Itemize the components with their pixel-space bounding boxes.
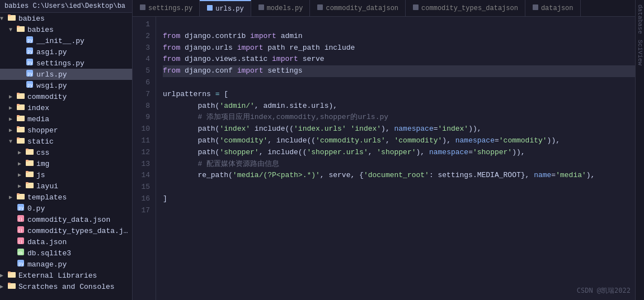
tree-item-ext-libraries[interactable]: ▶External Libraries — [0, 270, 132, 281]
svg-rect-65 — [207, 5, 213, 11]
tree-item-data-json[interactable]: {}data.json — [0, 236, 132, 247]
svg-rect-64 — [140, 4, 145, 10]
line-number: 17 — [133, 205, 150, 217]
tree-item-label: media — [27, 115, 49, 123]
svg-text:{}: {} — [18, 240, 22, 244]
token-plain: [ — [219, 89, 228, 101]
token-str: 'commodity.urls' — [316, 135, 386, 147]
python-icon: py — [17, 203, 26, 213]
token-plain: serve — [298, 54, 325, 65]
tree-item-label: db.sqlite3 — [27, 249, 71, 258]
python-icon: py — [26, 47, 35, 57]
tree-item-label: commodity — [27, 93, 67, 101]
tree-item-label: img — [36, 160, 49, 168]
tree-item-commodity-data[interactable]: {}commodity_data.json — [0, 214, 132, 225]
tab-label: models.py — [267, 4, 303, 12]
tab-models-tab[interactable]: models.py — [251, 0, 311, 16]
tree-item-layui-folder[interactable]: ▶layui — [0, 180, 132, 192]
token-plain: )), — [468, 123, 481, 135]
token-plain: ), — [416, 147, 429, 159]
tab-commodity-types-tab[interactable]: commodity_types_datajson — [406, 0, 525, 16]
json-icon: {} — [17, 237, 26, 247]
svg-rect-2 — [8, 15, 11, 16]
svg-rect-30 — [17, 137, 20, 139]
token-str: 'document_root' — [364, 170, 429, 182]
line-number: 1 — [133, 19, 150, 31]
file-tree: ▼babies▼babiespy__init__.pypyasgi.pypyse… — [0, 13, 132, 300]
token-kw: from — [163, 65, 180, 77]
tab-urls-tab[interactable]: urls.py — [200, 0, 251, 16]
folder-icon — [17, 125, 26, 135]
tree-item-templates-folder[interactable]: ▶templates — [0, 192, 132, 203]
token-str: 'index' — [219, 123, 250, 135]
tree-arrow: ▼ — [9, 27, 17, 33]
tree-arrow: ▶ — [9, 104, 17, 111]
tree-item-manage-py[interactable]: pymanage.py — [0, 259, 132, 270]
tree-item-js-folder[interactable]: ▶js — [0, 169, 132, 180]
tree-item-settings[interactable]: pysettings.py — [0, 58, 132, 69]
code-line: from django.views.static import serve — [163, 54, 635, 65]
folder-icon — [26, 181, 35, 191]
tab-data-tab[interactable]: datajson — [525, 0, 581, 16]
tree-item-commodity-types-data[interactable]: {}commodity_types_data.json — [0, 225, 132, 236]
code-line — [163, 205, 635, 217]
token-plain: admin — [276, 31, 303, 42]
folder-icon — [26, 147, 35, 158]
code-line: from django.contrib import admin — [163, 31, 635, 42]
token-plain: , serve, { — [320, 170, 364, 182]
tree-item-css-folder[interactable]: ▶css — [0, 147, 132, 158]
token-str: 'commodity' — [394, 135, 443, 147]
tree-item-media-folder[interactable]: ▶media — [0, 113, 132, 125]
tree-item-static-folder[interactable]: ▼static — [0, 136, 132, 147]
tab-label: datajson — [541, 4, 574, 12]
token-plain: ), — [586, 170, 595, 182]
tree-arrow: ▶ — [9, 93, 17, 100]
token-plain: django.conf — [180, 65, 237, 77]
svg-rect-67 — [317, 4, 323, 10]
folder-icon — [26, 170, 35, 180]
token-plain: , include(( — [267, 135, 316, 147]
tab-settings-tab[interactable]: settings.py — [133, 0, 200, 16]
tree-item-urls[interactable]: pyurls.py — [0, 69, 132, 80]
token-plain: include(( — [255, 123, 294, 135]
json-icon: {} — [17, 226, 26, 236]
token-kw: from — [163, 31, 180, 42]
db-icon: db — [17, 248, 26, 258]
token-plain: django.contrib — [180, 31, 250, 42]
code-line: path('shopper', include(('shopper.urls',… — [163, 147, 635, 159]
tree-item-init[interactable]: py__init__.py — [0, 35, 132, 46]
tree-item-zeropy[interactable]: py0.py — [0, 203, 132, 214]
tree-item-index-folder[interactable]: ▶index — [0, 102, 132, 113]
tree-item-scratches[interactable]: ▶Scratches and Consoles — [0, 281, 132, 292]
svg-text:py: py — [27, 72, 33, 77]
token-plain: urlpatterns — [163, 89, 215, 101]
tree-item-db-sqlite[interactable]: dbdb.sqlite3 — [0, 247, 132, 259]
watermark: CSDN @凯瑞2022 — [577, 286, 631, 296]
tab-commodity-urls-tab[interactable]: commodity_datajson — [310, 0, 406, 16]
tree-item-shopper-folder[interactable]: ▶shopper — [0, 125, 132, 136]
tab-icon — [139, 4, 146, 12]
tab-label: commodity_types_datajson — [421, 4, 518, 12]
tree-item-commodity-folder[interactable]: ▶commodity — [0, 91, 132, 102]
svg-text:py: py — [27, 38, 33, 43]
tree-item-label: css — [36, 149, 49, 157]
line-number: 8 — [133, 101, 150, 112]
tree-item-img-folder[interactable]: ▶img — [0, 158, 132, 169]
tree-arrow: ▶ — [18, 172, 26, 178]
tree-item-wsgi[interactable]: pywsgi.py — [0, 80, 132, 91]
token-plain: , — [368, 147, 377, 159]
right-panel-database[interactable]: database — [636, 2, 645, 36]
right-panel-SciView[interactable]: SciView — [636, 37, 645, 68]
svg-text:db: db — [18, 251, 22, 255]
token-comment: # 配置媒体资源路由信息 — [163, 159, 279, 170]
folder-icon — [17, 114, 26, 124]
tree-item-babies-root[interactable]: ▼babies — [0, 13, 132, 24]
token-plain: re_path — [289, 42, 320, 54]
tree-item-label: index — [27, 104, 49, 112]
line-number: 14 — [133, 170, 150, 182]
token-plain: : settings.MEDIA_ROOT}, — [429, 170, 534, 182]
tree-item-asgi[interactable]: pyasgi.py — [0, 46, 132, 58]
tree-item-babies-child[interactable]: ▼babies — [0, 24, 132, 35]
tree-item-label: __init__.py — [36, 37, 84, 45]
tree-item-label: data.json — [27, 238, 67, 246]
